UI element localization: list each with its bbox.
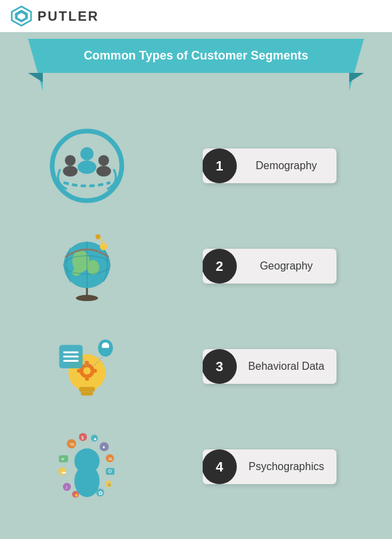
psychographics-text: Psychographics <box>236 461 336 473</box>
svg-point-7 <box>63 166 78 177</box>
behavioral-number: 3 <box>203 349 237 384</box>
psychographics-icon: % $ ★ ♦ ≡ ☁ ✉ ⊙ ♪ ⚡ <box>47 427 127 507</box>
svg-point-25 <box>83 367 90 374</box>
geography-icon-area <box>13 229 161 303</box>
demography-number: 1 <box>203 148 237 183</box>
header: PUTLER <box>0 0 392 32</box>
svg-rect-26 <box>85 361 89 366</box>
svg-rect-22 <box>79 387 95 391</box>
segments-content: 1 Demography <box>0 112 392 520</box>
svg-text:⚡: ⚡ <box>74 492 80 498</box>
svg-rect-28 <box>77 369 82 373</box>
segment-row-4: % $ ★ ♦ ≡ ☁ ✉ ⊙ ♪ ⚡ <box>13 420 379 514</box>
psychographics-pill: 4 Psychographics <box>203 449 336 484</box>
behavioral-pill: 3 Behavioral Data <box>203 349 336 384</box>
svg-text:$: $ <box>81 435 84 440</box>
banner-right-triangle <box>349 39 364 91</box>
demography-text: Demography <box>236 160 336 172</box>
svg-text:✉: ✉ <box>108 457 112 461</box>
svg-text:★: ★ <box>93 437 97 441</box>
banner: Common Types of Customer Segments <box>0 39 392 112</box>
svg-point-20 <box>96 234 100 239</box>
demography-label-area: 1 Demography <box>161 148 379 183</box>
logo: PUTLER <box>11 5 99 27</box>
segment-row-1: 1 Demography <box>13 119 379 213</box>
svg-text:☁: ☁ <box>61 469 66 475</box>
svg-point-9 <box>96 166 111 177</box>
demography-icon-area <box>13 126 161 206</box>
behavioral-icon-area <box>13 326 161 407</box>
demography-pill: 1 Demography <box>203 148 336 183</box>
svg-point-8 <box>98 155 109 166</box>
behavioral-label-area: 3 Behavioral Data <box>161 349 379 384</box>
svg-text:≡: ≡ <box>61 456 64 462</box>
svg-point-18 <box>100 243 107 250</box>
geography-number: 2 <box>203 249 237 284</box>
behavioral-text: Behavioral Data <box>236 360 336 372</box>
svg-rect-29 <box>92 369 96 373</box>
geography-pill: 2 Geography <box>203 249 336 284</box>
geography-icon <box>50 229 124 303</box>
svg-text:%: % <box>70 441 74 447</box>
svg-point-5 <box>78 160 96 174</box>
svg-text:✿: ✿ <box>98 490 103 496</box>
logo-text: PUTLER <box>37 9 99 24</box>
svg-point-11 <box>76 295 98 301</box>
geography-label-area: 2 Geography <box>161 249 379 284</box>
banner-left-triangle <box>28 39 43 91</box>
svg-text:⊙: ⊙ <box>108 468 112 474</box>
svg-point-4 <box>80 147 94 160</box>
svg-line-19 <box>99 238 103 243</box>
svg-text:☺: ☺ <box>107 482 112 487</box>
geography-text: Geography <box>236 260 336 272</box>
psychographics-label-area: 4 Psychographics <box>161 449 379 484</box>
svg-text:♦: ♦ <box>102 444 105 450</box>
svg-rect-23 <box>81 392 93 396</box>
psychographics-number: 4 <box>203 449 237 484</box>
svg-point-40 <box>74 449 100 474</box>
svg-text:♪: ♪ <box>65 484 68 490</box>
psychographics-icon-area: % $ ★ ♦ ≡ ☁ ✉ ⊙ ♪ ⚡ <box>13 427 161 507</box>
behavioral-icon <box>47 326 127 407</box>
segment-row-3: 3 Behavioral Data <box>13 320 379 413</box>
svg-point-14 <box>87 260 99 275</box>
svg-rect-27 <box>85 376 89 381</box>
segment-row-2: 2 Geography <box>13 219 379 313</box>
demography-icon <box>47 126 127 206</box>
banner-fold-right <box>349 73 364 82</box>
banner-fold-left <box>28 73 43 82</box>
banner-title: Common Types of Customer Segments <box>84 49 308 62</box>
svg-point-6 <box>65 155 76 166</box>
putler-logo-icon <box>11 5 32 27</box>
banner-ribbon: Common Types of Customer Segments <box>43 39 349 73</box>
